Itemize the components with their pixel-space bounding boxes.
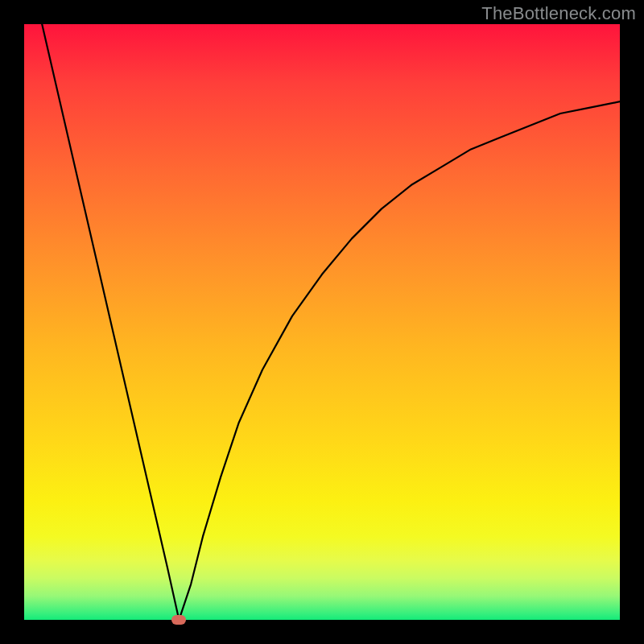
bottleneck-curve [24,24,620,620]
plot-area [24,24,620,620]
chart-container: TheBottleneck.com [0,0,644,644]
site-watermark: TheBottleneck.com [481,3,636,24]
optimal-point-marker [171,615,186,625]
